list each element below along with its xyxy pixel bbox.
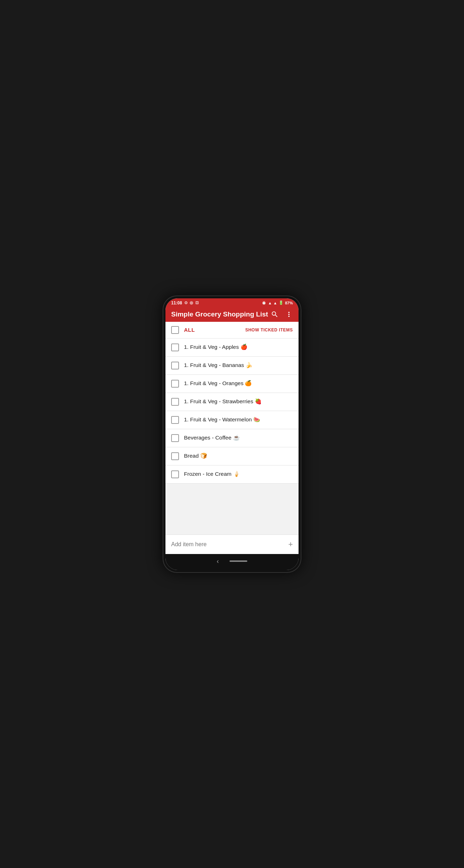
status-right: ⏰ ▲ ▲ 🔋 87% (262, 300, 293, 305)
item-checkbox-6[interactable] (171, 434, 179, 442)
battery-icon: 🔋 (279, 300, 284, 305)
list-empty-space (165, 484, 299, 534)
app-title: Simple Grocery Shopping List (171, 310, 271, 318)
item-checkbox-5[interactable] (171, 416, 179, 424)
phone-screen: 11:08 ⊙ ◎ ⊡ ⏰ ▲ ▲ 🔋 87% Simple Grocery S… (165, 298, 299, 570)
item-checkbox-2[interactable] (171, 362, 179, 369)
add-item-input[interactable] (171, 541, 288, 548)
list-item[interactable]: 1. Fruit & Veg - Apples 🍎 (165, 339, 299, 357)
list-item[interactable]: 1. Fruit & Veg - Oranges 🍊 (165, 375, 299, 393)
nav-bar: ‹ (165, 554, 299, 570)
home-indicator[interactable] (230, 560, 247, 562)
item-checkbox-8[interactable] (171, 470, 179, 478)
more-vert-icon (285, 310, 293, 318)
menu-button[interactable] (285, 310, 293, 318)
list-item[interactable]: 1. Fruit & Veg - Strawberries 🍓 (165, 393, 299, 411)
item-label-5: 1. Fruit & Veg - Watermelon 🍉 (184, 416, 293, 423)
list-item[interactable]: 1. Fruit & Veg - Bananas 🍌 (165, 357, 299, 375)
list-header-row[interactable]: ALL SHOW TICKED ITEMS (165, 322, 299, 339)
list-item[interactable]: Bread 🍞 (165, 447, 299, 465)
app-bar-icons (271, 310, 293, 318)
signal-icon: ▲ (273, 301, 277, 305)
wifi-call-icon: ◎ (190, 300, 193, 305)
add-item-button[interactable]: + (288, 540, 293, 549)
item-label-3: 1. Fruit & Veg - Oranges 🍊 (184, 380, 293, 387)
status-bar: 11:08 ⊙ ◎ ⊡ ⏰ ▲ ▲ 🔋 87% (165, 298, 299, 307)
app-bar: Simple Grocery Shopping List (165, 307, 299, 322)
alarm-icon: ⏰ (262, 300, 267, 305)
list-item[interactable]: 1. Fruit & Veg - Watermelon 🍉 (165, 411, 299, 429)
item-checkbox-3[interactable] (171, 380, 179, 388)
show-ticked-button[interactable]: SHOW TICKED ITEMS (245, 328, 293, 332)
status-left: 11:08 ⊙ ◎ ⊡ (171, 300, 199, 305)
search-button[interactable] (271, 310, 279, 318)
all-label: ALL (184, 327, 245, 333)
battery-percent: 87% (285, 301, 293, 305)
item-checkbox-1[interactable] (171, 344, 179, 351)
item-checkbox-4[interactable] (171, 398, 179, 406)
status-time: 11:08 (171, 300, 182, 305)
list-container: ALL SHOW TICKED ITEMS 1. Fruit & Veg - A… (165, 322, 299, 554)
list-item[interactable]: Frozen - Ice Cream 🍦 (165, 465, 299, 484)
item-label-8: Frozen - Ice Cream 🍦 (184, 470, 293, 478)
item-label-4: 1. Fruit & Veg - Strawberries 🍓 (184, 398, 293, 405)
item-checkbox-7[interactable] (171, 452, 179, 460)
add-item-bar: + (165, 534, 299, 554)
clip-icon: ⊡ (195, 300, 199, 305)
item-label-2: 1. Fruit & Veg - Bananas 🍌 (184, 362, 293, 369)
select-all-checkbox[interactable] (171, 326, 179, 334)
phone-frame: 11:08 ⊙ ◎ ⊡ ⏰ ▲ ▲ 🔋 87% Simple Grocery S… (163, 295, 301, 573)
item-label-1: 1. Fruit & Veg - Apples 🍎 (184, 344, 293, 351)
spotify-icon: ⊙ (184, 300, 188, 305)
item-label-7: Bread 🍞 (184, 452, 293, 459)
item-label-6: Beverages - Coffee ☕ (184, 434, 293, 441)
back-button[interactable]: ‹ (217, 558, 219, 565)
wifi-icon: ▲ (268, 301, 272, 305)
search-icon (271, 310, 279, 318)
list-item[interactable]: Beverages - Coffee ☕ (165, 429, 299, 447)
